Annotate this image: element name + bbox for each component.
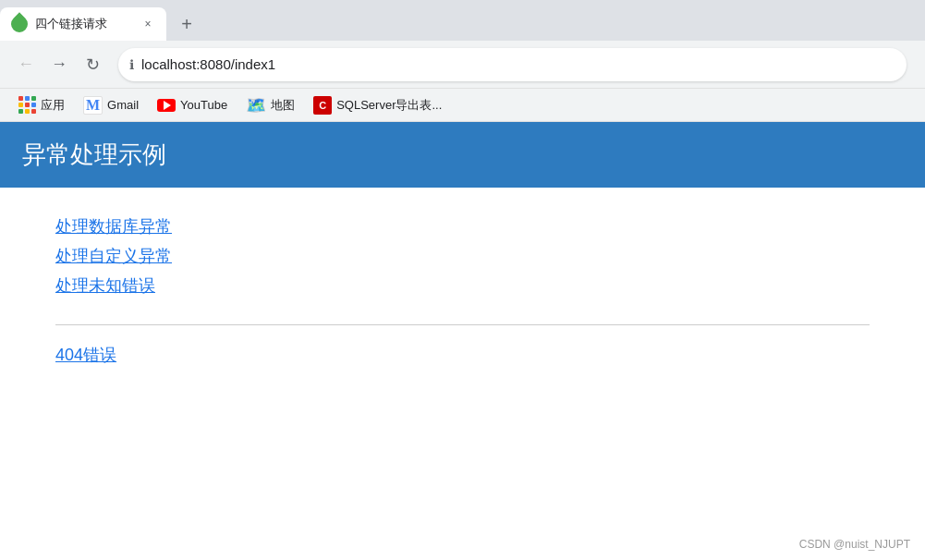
youtube-icon bbox=[157, 99, 176, 112]
tab-bar: 四个链接请求 × + bbox=[0, 0, 925, 41]
link-custom-error[interactable]: 处理自定义异常 bbox=[55, 245, 870, 267]
bookmarks-bar: 应用 M Gmail YouTube 🗺️ 地图 C SQLServer导出表.… bbox=[0, 89, 925, 122]
error-section: 404错误 bbox=[55, 344, 870, 366]
csdn-icon: C bbox=[313, 96, 332, 115]
bookmark-apps-label: 应用 bbox=[41, 97, 65, 114]
watermark: CSDN @nuist_NJUPT bbox=[799, 538, 910, 551]
bookmark-youtube[interactable]: YouTube bbox=[150, 94, 235, 116]
address-security-icon: ℹ bbox=[129, 57, 134, 72]
bookmark-maps-label: 地图 bbox=[271, 97, 295, 114]
main-link-list: 处理数据库异常 处理自定义异常 处理未知错误 bbox=[55, 215, 870, 297]
tab-close-button[interactable]: × bbox=[140, 17, 155, 31]
tab-favicon bbox=[7, 12, 30, 35]
bookmark-apps[interactable]: 应用 bbox=[11, 92, 72, 117]
nav-bar: ← → ↻ ℹ localhost:8080/index1 bbox=[0, 41, 925, 89]
link-404-error[interactable]: 404错误 bbox=[55, 344, 116, 366]
forward-button[interactable]: → bbox=[44, 50, 74, 79]
bookmark-gmail-label: Gmail bbox=[107, 98, 139, 112]
page-header-title: 异常处理示例 bbox=[22, 140, 166, 168]
page-header: 异常处理示例 bbox=[0, 122, 925, 188]
bookmark-gmail[interactable]: M Gmail bbox=[76, 92, 146, 118]
address-bar[interactable]: ℹ localhost:8080/index1 bbox=[118, 48, 907, 81]
back-button[interactable]: ← bbox=[11, 50, 41, 79]
browser-chrome: 四个链接请求 × + ← → ↻ ℹ localhost:8080/index1 bbox=[0, 0, 925, 122]
page-content: 异常处理示例 处理数据库异常 处理自定义异常 处理未知错误 404错误 bbox=[0, 122, 925, 492]
page-body: 处理数据库异常 处理自定义异常 处理未知错误 404错误 bbox=[0, 188, 925, 394]
link-unknown-error[interactable]: 处理未知错误 bbox=[55, 274, 870, 297]
bookmark-csdn-label: SQLServer导出表... bbox=[336, 97, 442, 114]
link-db-error[interactable]: 处理数据库异常 bbox=[55, 215, 870, 237]
gmail-icon: M bbox=[83, 96, 103, 115]
apps-grid-icon bbox=[18, 96, 36, 114]
maps-icon: 🗺️ bbox=[246, 95, 266, 116]
tab-title: 四个链接请求 bbox=[35, 16, 133, 32]
bookmark-maps[interactable]: 🗺️ 地图 bbox=[238, 91, 302, 119]
refresh-button[interactable]: ↻ bbox=[78, 50, 107, 79]
bookmark-youtube-label: YouTube bbox=[180, 98, 227, 112]
bookmark-csdn[interactable]: C SQLServer导出表... bbox=[306, 92, 449, 118]
divider bbox=[55, 324, 870, 325]
new-tab-button[interactable]: + bbox=[170, 7, 203, 41]
address-url: localhost:8080/index1 bbox=[141, 56, 895, 72]
active-tab[interactable]: 四个链接请求 × bbox=[0, 7, 166, 41]
